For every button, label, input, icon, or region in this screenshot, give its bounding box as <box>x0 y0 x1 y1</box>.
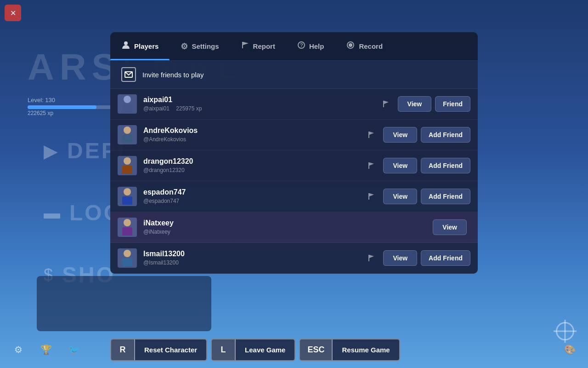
player-row: AndreKokovios @AndreKokovios View Add Fr… <box>110 120 478 150</box>
bottom-toolbar: ⚙ 🏆 🐦 🎨 <box>9 340 579 359</box>
flag-button[interactable] <box>363 188 379 205</box>
help-tab-icon: ? <box>297 41 305 52</box>
tab-help[interactable]: ? Help <box>286 32 335 60</box>
svg-marker-13 <box>369 162 374 166</box>
svg-marker-11 <box>369 132 374 135</box>
player-row: drangon12320 @drangon12320 View Add Frie… <box>110 150 478 181</box>
flag-button[interactable] <box>363 250 379 266</box>
players-tab-label: Players <box>134 42 158 50</box>
record-tab-label: Record <box>359 42 383 50</box>
player-name: AndreKokovios <box>143 126 363 135</box>
crosshair-decoration <box>556 322 574 340</box>
player-info: aixpai01 @aixpai01 225975 xp <box>143 96 378 112</box>
invite-label: Invite friends to play <box>142 71 204 79</box>
svg-rect-16 <box>368 255 369 261</box>
invite-icon <box>121 67 136 82</box>
xp-area: Level: 130 222625 xp <box>28 97 119 116</box>
svg-marker-15 <box>369 193 374 196</box>
record-tab-icon <box>346 40 355 52</box>
player-name: espadon747 <box>143 188 363 196</box>
player-avatar <box>118 125 137 144</box>
report-tab-icon <box>241 41 249 52</box>
player-row: aixpai01 @aixpai01 225975 xp View Friend <box>110 89 478 120</box>
close-button[interactable]: ✕ <box>5 5 21 21</box>
view-button[interactable]: View <box>383 158 417 173</box>
friend-button[interactable]: Friend <box>435 96 470 112</box>
trophy-toolbar-icon[interactable]: 🏆 <box>37 340 55 359</box>
twitter-toolbar-icon[interactable]: 🐦 <box>64 340 83 359</box>
svg-marker-17 <box>369 255 374 258</box>
player-handle: @AndreKokovios <box>143 136 186 143</box>
tab-report[interactable]: Report <box>230 32 286 60</box>
player-avatar <box>118 156 137 175</box>
help-tab-label: Help <box>309 42 324 50</box>
player-name: Ismail13200 <box>143 250 363 258</box>
player-info: AndreKokovios @AndreKokovios <box>143 126 363 143</box>
svg-rect-12 <box>368 162 369 169</box>
palette-toolbar-icon[interactable]: 🎨 <box>560 340 579 359</box>
player-avatar <box>118 218 137 237</box>
add-friend-button[interactable]: Add Friend <box>421 250 470 266</box>
main-panel: Players ⚙ Settings Report ? Help <box>110 32 478 274</box>
player-level-label: Level: 130 <box>28 97 119 104</box>
player-info: drangon12320 @drangon12320 <box>143 157 363 174</box>
view-button[interactable]: View <box>398 96 432 112</box>
thumbnail-preview <box>37 276 211 331</box>
svg-marker-9 <box>384 101 389 104</box>
svg-point-6 <box>349 44 352 46</box>
xp-bar-fill <box>28 105 96 109</box>
player-row: espadon747 @espadon747 View Add Friend <box>110 181 478 212</box>
player-avatar <box>118 94 137 114</box>
svg-marker-2 <box>243 42 249 45</box>
toolbar-left: ⚙ 🏆 🐦 <box>9 340 83 359</box>
tab-record[interactable]: Record <box>335 32 394 60</box>
flag-button[interactable] <box>363 126 379 143</box>
xp-numbers: 222625 xp <box>28 110 119 116</box>
players-tab-icon <box>121 40 130 52</box>
svg-point-0 <box>124 41 128 45</box>
settings-toolbar-icon[interactable]: ⚙ <box>9 340 28 359</box>
player-xp: 225975 xp <box>176 105 202 112</box>
view-button[interactable]: View <box>383 189 417 204</box>
player-handle: @aixpai01 <box>143 105 170 112</box>
svg-rect-10 <box>368 132 369 138</box>
flag-button[interactable] <box>363 157 379 174</box>
player-row: Ismail13200 @Ismail13200 View Add Friend <box>110 243 478 274</box>
player-list: aixpai01 @aixpai01 225975 xp View Friend <box>110 89 478 274</box>
player-handle: @espadon747 <box>143 198 179 204</box>
view-button[interactable]: View <box>383 250 417 266</box>
settings-tab-icon: ⚙ <box>181 41 188 52</box>
player-name: aixpai01 <box>143 96 378 104</box>
add-friend-button[interactable]: Add Friend <box>421 158 470 173</box>
svg-text:?: ? <box>300 42 303 48</box>
add-friend-button[interactable]: Add Friend <box>421 189 470 204</box>
svg-rect-14 <box>368 193 369 200</box>
report-tab-label: Report <box>253 42 275 50</box>
toolbar-right: 🎨 <box>560 340 579 359</box>
player-name: drangon12320 <box>143 157 363 166</box>
xp-bar-container <box>28 105 119 109</box>
tab-players[interactable]: Players <box>110 32 170 60</box>
settings-tab-label: Settings <box>192 42 219 50</box>
svg-rect-1 <box>242 42 243 48</box>
player-info: iNatxeey @iNatxeey <box>143 219 433 236</box>
view-button[interactable]: View <box>433 219 467 235</box>
player-avatar <box>118 248 137 268</box>
flag-button[interactable] <box>378 96 394 112</box>
add-friend-button[interactable]: Add Friend <box>421 127 470 143</box>
player-row-self: iNatxeey @iNatxeey View <box>110 212 478 243</box>
view-button[interactable]: View <box>383 127 417 143</box>
invite-section[interactable]: Invite friends to play <box>110 61 478 89</box>
player-handle: @Ismail13200 <box>143 259 179 266</box>
player-handle: @drangon12320 <box>143 167 185 173</box>
tab-settings[interactable]: ⚙ Settings <box>170 32 230 60</box>
player-name: iNatxeey <box>143 219 433 227</box>
player-handle: @iNatxeey <box>143 229 170 235</box>
tab-bar: Players ⚙ Settings Report ? Help <box>110 32 478 61</box>
player-info: Ismail13200 @Ismail13200 <box>143 250 363 266</box>
player-avatar <box>118 187 137 206</box>
player-info: espadon747 @espadon747 <box>143 188 363 205</box>
svg-rect-8 <box>383 101 384 107</box>
